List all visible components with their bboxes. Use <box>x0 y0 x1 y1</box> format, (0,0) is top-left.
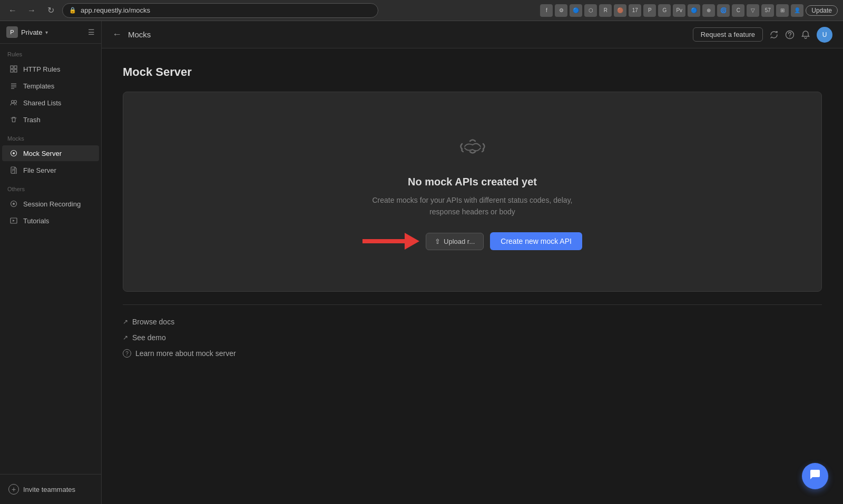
extensions-area: f ⚙ 🔵 ⬡ R 🟤 17 P G Pv 🔵 ⊕ 🌀 C ▽ 57 ⊞ 👤 U… <box>540 4 838 17</box>
topbar-right: Request a feature <box>693 27 832 43</box>
shared-lists-label: Shared Lists <box>23 99 61 107</box>
url-text: app.requestly.io/mocks <box>81 6 150 14</box>
request-feature-button[interactable]: Request a feature <box>693 27 763 42</box>
sidebar-top: P Private ▾ ☰ <box>0 21 101 44</box>
ext-icon-1: f <box>540 4 553 17</box>
workspace-name: Private <box>21 28 42 36</box>
sidebar-item-session-recording[interactable]: Session Recording <box>2 196 99 212</box>
learn-more-link[interactable]: ? Learn more about mock server <box>123 349 822 358</box>
ext-icon-15: ▽ <box>747 4 759 17</box>
external-link-icon-demo: ↗ <box>123 334 128 341</box>
refresh-icon-button[interactable] <box>769 30 779 39</box>
external-link-icon-browse: ↗ <box>123 318 128 325</box>
others-section-label: Others <box>0 179 101 195</box>
empty-state-title: No mock APIs created yet <box>408 176 537 188</box>
chat-bubble-button[interactable] <box>802 463 828 489</box>
profile-icon: 👤 <box>791 4 803 17</box>
empty-state-icon <box>457 133 488 165</box>
templates-icon <box>9 82 18 90</box>
reload-button[interactable]: ↻ <box>43 3 58 18</box>
ext-icon-10: Pv <box>673 4 685 17</box>
topbar-title: Mocks <box>128 30 151 39</box>
see-demo-link[interactable]: ↗ See demo <box>123 333 822 342</box>
mock-server-icon <box>9 149 18 157</box>
svg-point-11 <box>13 152 15 154</box>
links-section: ↗ Browse docs ↗ See demo ? Learn more ab… <box>123 318 822 358</box>
browse-docs-link[interactable]: ↗ Browse docs <box>123 318 822 326</box>
workspace-selector[interactable]: P Private ▾ <box>6 26 48 38</box>
mock-server-label: Mock Server <box>23 150 62 157</box>
notification-icon-button[interactable] <box>801 30 810 39</box>
create-mock-api-button[interactable]: Create new mock API <box>490 232 582 250</box>
sidebar-filter-button[interactable]: ☰ <box>88 28 95 36</box>
user-avatar[interactable]: U <box>817 27 832 43</box>
red-arrow-annotation <box>362 233 419 250</box>
ext-icon-17: ⊞ <box>776 4 789 17</box>
browser-chrome: ← → ↻ 🔒 app.requestly.io/mocks f ⚙ 🔵 ⬡ R… <box>0 0 843 21</box>
ext-icon-13: 🌀 <box>717 4 730 17</box>
sidebar-item-tutorials[interactable]: Tutorials <box>2 213 99 229</box>
sidebar-item-trash[interactable]: Trash <box>2 112 99 127</box>
main-area: ← Mocks Request a feature <box>102 21 843 504</box>
svg-rect-2 <box>11 70 13 72</box>
app-layout: P Private ▾ ☰ Rules HTTP Rules <box>0 21 843 504</box>
plus-circle-icon: + <box>8 484 19 495</box>
forward-nav-button[interactable]: → <box>24 3 39 18</box>
ext-icon-12: ⊕ <box>702 4 715 17</box>
templates-label: Templates <box>23 82 54 90</box>
ext-icon-3: 🔵 <box>570 4 582 17</box>
session-recording-label: Session Recording <box>23 200 81 208</box>
chevron-down-icon: ▾ <box>45 29 48 35</box>
back-arrow-icon: ← <box>112 29 122 40</box>
upload-button[interactable]: ⇧ Upload r... <box>426 233 484 250</box>
sidebar-item-templates[interactable]: Templates <box>2 78 99 94</box>
sidebar-item-file-server[interactable]: File Server <box>2 162 99 178</box>
see-demo-label: See demo <box>132 333 166 342</box>
update-button[interactable]: Update <box>806 5 838 16</box>
workspace-avatar: P <box>6 26 18 38</box>
ext-icon-7: 17 <box>629 4 641 17</box>
ext-icon-11: 🔵 <box>688 4 700 17</box>
url-bar[interactable]: 🔒 app.requestly.io/mocks <box>62 3 378 18</box>
ext-icon-5: R <box>599 4 612 17</box>
file-server-label: File Server <box>23 166 56 174</box>
learn-more-label: Learn more about mock server <box>135 349 236 358</box>
divider <box>123 304 822 305</box>
sidebar-item-mock-server[interactable]: Mock Server <box>2 145 99 161</box>
topbar: ← Mocks Request a feature <box>102 21 843 48</box>
svg-rect-3 <box>14 70 17 72</box>
mocks-section-label: Mocks <box>0 128 101 145</box>
svg-point-17 <box>13 203 15 205</box>
ext-icon-4: ⬡ <box>584 4 597 17</box>
sidebar-item-shared-lists[interactable]: Shared Lists <box>2 95 99 111</box>
svg-point-9 <box>14 101 17 103</box>
browse-docs-label: Browse docs <box>132 318 174 326</box>
shared-lists-icon <box>9 98 18 107</box>
upload-icon: ⇧ <box>435 238 440 245</box>
http-rules-label: HTTP Rules <box>23 65 61 73</box>
svg-rect-0 <box>11 66 13 68</box>
svg-point-20 <box>789 36 790 37</box>
chat-icon <box>809 468 821 484</box>
lock-icon: 🔒 <box>69 7 76 14</box>
rules-section-label: Rules <box>0 44 101 61</box>
invite-label: Invite teammates <box>23 486 75 493</box>
sidebar-item-http-rules[interactable]: HTTP Rules <box>2 61 99 77</box>
content-area: Mock Server No mock APIs created <box>102 48 843 504</box>
ext-icon-16: 57 <box>761 4 774 17</box>
session-recording-icon <box>9 200 18 208</box>
help-circle-icon: ? <box>123 349 131 358</box>
back-button[interactable]: ← <box>112 29 122 40</box>
ext-icon-9: G <box>658 4 671 17</box>
back-nav-button[interactable]: ← <box>5 3 20 18</box>
sidebar: P Private ▾ ☰ Rules HTTP Rules <box>0 21 102 504</box>
page-title: Mock Server <box>123 65 822 79</box>
arrow-annotation <box>362 233 419 250</box>
invite-teammates-button[interactable]: + Invite teammates <box>6 481 95 498</box>
help-icon-button[interactable] <box>785 30 795 39</box>
ext-icon-6: 🟤 <box>614 4 626 17</box>
trash-label: Trash <box>23 116 41 124</box>
http-rules-icon <box>9 65 18 73</box>
svg-point-8 <box>12 101 14 103</box>
trash-icon <box>9 115 18 124</box>
